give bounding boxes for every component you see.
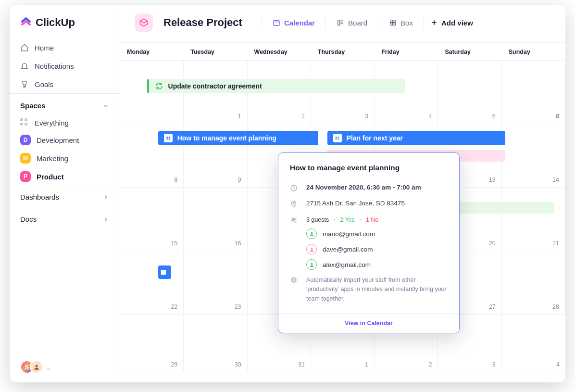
- calendar-cell[interactable]: 23: [184, 251, 247, 314]
- calendar-icon: [273, 19, 280, 26]
- dow: Saturday: [438, 42, 501, 61]
- nav-goals-label: Goals: [35, 80, 53, 89]
- svg-rect-3: [338, 20, 340, 25]
- dow: Wednesday: [248, 42, 311, 61]
- spaces-heading[interactable]: Spaces: [10, 93, 120, 114]
- dow: Monday: [120, 42, 184, 61]
- dow: Friday: [375, 42, 438, 61]
- cube-icon: [135, 13, 153, 32]
- chevron-down-icon: [102, 102, 109, 109]
- chevron-right-icon: [102, 216, 109, 223]
- svg-rect-11: [161, 270, 166, 275]
- dow-row: Monday Tuesday Wednesday Thursday Friday…: [120, 42, 565, 61]
- calendar-cell[interactable]: 21: [502, 188, 565, 251]
- dow: Tuesday: [184, 42, 247, 61]
- calendar-cell[interactable]: 5: [438, 61, 501, 124]
- svg-point-21: [293, 278, 294, 279]
- brand-name: ClickUp: [36, 16, 75, 29]
- home-icon: [20, 43, 29, 52]
- dow: Sunday: [502, 42, 565, 61]
- guest-list: mario@gmail.com dave@gmail.com alex@gmai…: [278, 228, 459, 273]
- svg-point-18: [311, 263, 312, 265]
- space-product[interactable]: P Product: [10, 167, 120, 186]
- guest-item: alex@gmail.com: [306, 259, 448, 270]
- person-icon: [306, 228, 317, 239]
- calendar-cell[interactable]: 4: [502, 315, 565, 372]
- grid-icon: [20, 118, 29, 127]
- svg-point-14: [292, 218, 294, 220]
- pin-icon: [290, 200, 298, 208]
- event-contractor[interactable]: Update contractor agreement: [147, 79, 405, 93]
- view-tab-board[interactable]: Board: [330, 15, 374, 31]
- space-everything[interactable]: Everything: [10, 114, 120, 131]
- top-header: Release Project Calendar Board Box: [120, 5, 565, 42]
- person-icon: [306, 244, 317, 254]
- svg-point-17: [311, 247, 312, 249]
- calendar-day-icon: [160, 269, 167, 276]
- section-docs[interactable]: Docs: [10, 208, 120, 230]
- trophy-icon: [20, 80, 29, 89]
- svg-rect-6: [393, 20, 396, 23]
- svg-rect-1: [274, 20, 279, 25]
- calendar-cell[interactable]: 22: [120, 251, 184, 314]
- bell-icon: [20, 62, 29, 70]
- event-manage[interactable]: 31 How to manage event planning: [158, 131, 318, 145]
- section-dashboards[interactable]: Dashboards: [10, 186, 120, 208]
- nav-notifications[interactable]: Notifications: [10, 57, 120, 75]
- guest-item: mario@gmail.com: [306, 228, 448, 239]
- calendar-day-icon: 31: [333, 134, 342, 142]
- popover-location-row: 2715 Ash Dr. San Jose, SD 83475: [278, 197, 459, 213]
- event-plan-next-year[interactable]: 31 Plan for next year: [327, 131, 505, 145]
- calendar-cell[interactable]: 16: [184, 188, 247, 251]
- nav-home[interactable]: Home: [10, 38, 120, 57]
- sidebar-footer[interactable]: S: [10, 352, 120, 382]
- popover-title: How to manage event planning: [278, 164, 459, 181]
- chevron-right-icon: [102, 194, 109, 201]
- people-icon: [290, 216, 298, 224]
- view-tab-box[interactable]: Box: [382, 15, 420, 31]
- svg-point-13: [293, 202, 294, 204]
- calendar-cell[interactable]: 28: [502, 251, 565, 314]
- svg-rect-7: [390, 23, 393, 25]
- add-view-button[interactable]: Add view: [431, 19, 473, 27]
- user-avatar-photo: [30, 360, 43, 374]
- sync-icon: [155, 82, 163, 90]
- info-icon: [290, 276, 298, 284]
- calendar-cell[interactable]: 29: [120, 315, 184, 372]
- view-in-calendar-link[interactable]: View in Calendar: [278, 313, 459, 333]
- space-chip: P: [20, 171, 31, 182]
- svg-point-0: [36, 365, 38, 367]
- calendar-cell[interactable]: 14: [502, 124, 565, 187]
- view-tab-calendar[interactable]: Calendar: [266, 15, 322, 31]
- calendar-day-icon: 31: [164, 134, 173, 142]
- space-marketing[interactable]: M Marketing: [10, 149, 120, 167]
- board-icon: [337, 19, 344, 26]
- brand-logo: ClickUp: [10, 13, 120, 38]
- svg-point-15: [295, 218, 296, 219]
- event-small-blue[interactable]: [158, 266, 172, 279]
- svg-rect-5: [390, 20, 393, 23]
- popover-guests-row: 3 guests 2 Yes 1 No: [278, 213, 459, 228]
- event-popover: How to manage event planning 24 November…: [278, 152, 460, 333]
- nav-goals[interactable]: Goals: [10, 75, 120, 93]
- main: Release Project Calendar Board Box: [120, 5, 565, 382]
- sidebar: ClickUp Home Notifications Goals Spaces …: [10, 5, 120, 382]
- project-title: Release Project: [163, 16, 242, 29]
- logo-icon: [20, 17, 32, 28]
- guest-item: dave@gmail.com: [306, 244, 448, 254]
- app-frame: ClickUp Home Notifications Goals Spaces …: [10, 5, 565, 382]
- nav-notifications-label: Notifications: [35, 62, 74, 70]
- popover-note: Automatically import your stuff from oth…: [278, 273, 459, 313]
- svg-point-16: [311, 232, 312, 234]
- person-icon: [306, 259, 317, 270]
- space-development[interactable]: D Development: [10, 131, 120, 149]
- svg-rect-8: [393, 23, 396, 25]
- nav-home-label: Home: [35, 44, 54, 52]
- view-tabs: Calendar Board Box Add view: [260, 15, 473, 31]
- dow: Thursday: [311, 42, 375, 61]
- calendar-cell[interactable]: 30: [184, 315, 247, 372]
- plus-icon: [431, 19, 438, 26]
- calendar-cell[interactable]: 15: [120, 188, 184, 251]
- space-chip: D: [20, 135, 31, 145]
- box-icon: [389, 19, 397, 26]
